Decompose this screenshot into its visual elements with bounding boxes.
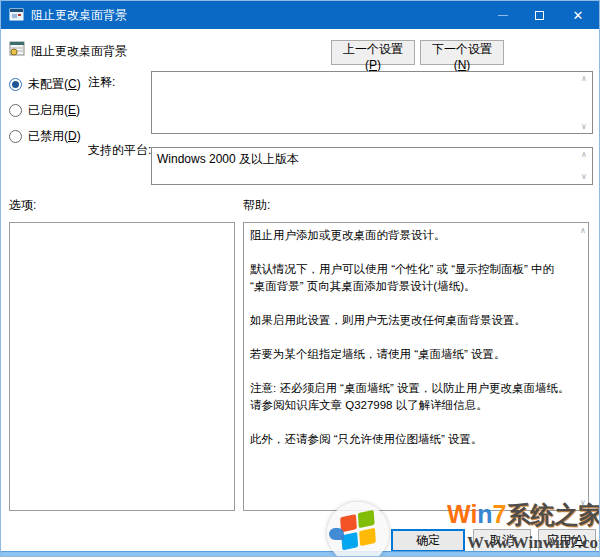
radio-not-configured[interactable]: 未配置(C) xyxy=(9,76,81,92)
policy-setting-dialog: 阻止更改桌面背景 ✕ 阻止更改桌面背景 上一个设置(P) 下一个设置(N) 未配… xyxy=(0,0,600,557)
previous-setting-button[interactable]: 上一个设置(P) xyxy=(331,40,415,65)
help-paragraph: 如果启用此设置，则用户无法更改任何桌面背景设置。 xyxy=(250,312,570,329)
help-paragraph: 注意: 还必须启用 “桌面墙纸” 设置，以防止用户更改桌面墙纸。请参阅知识库文章… xyxy=(250,380,570,414)
radio-disabled[interactable]: 已禁用(D) xyxy=(9,128,81,144)
radio-disabled-icon xyxy=(9,130,22,143)
supported-on-value: Windows 2000 及以上版本 xyxy=(151,147,593,185)
close-icon: ✕ xyxy=(573,8,584,23)
ok-button[interactable]: 确定 xyxy=(391,529,465,552)
help-paragraph: 此外，还请参阅 “只允许使用位图墙纸” 设置。 xyxy=(250,431,570,448)
help-paragraph: 默认情况下，用户可以使用 “个性化” 或 “显示控制面板” 中的 “桌面背景” … xyxy=(250,261,570,295)
supported-scroll-down-icon[interactable]: ∨ xyxy=(579,173,589,181)
minimize-icon xyxy=(498,15,508,16)
radio-enabled-label: 已启用(E) xyxy=(28,102,80,119)
title-bar: 阻止更改桌面背景 ✕ xyxy=(1,1,599,29)
help-panel: 阻止用户添加或更改桌面的背景设计。 默认情况下，用户可以使用 “个性化” 或 “… xyxy=(243,222,589,511)
help-scroll-up-icon[interactable]: ∧ xyxy=(578,227,588,235)
setting-title: 阻止更改桌面背景 xyxy=(31,43,127,60)
window-app-icon xyxy=(9,7,25,23)
close-button[interactable]: ✕ xyxy=(557,1,599,29)
window-title: 阻止更改桌面背景 xyxy=(31,1,127,29)
radio-disabled-label: 已禁用(D) xyxy=(28,128,81,145)
next-setting-button[interactable]: 下一个设置(N) xyxy=(420,40,504,65)
supported-scroll-up-icon[interactable]: ∧ xyxy=(579,151,589,159)
maximize-icon xyxy=(535,11,544,20)
options-label: 选项: xyxy=(9,197,36,214)
comment-scroll-down-icon[interactable]: ∨ xyxy=(579,123,589,131)
radio-enabled[interactable]: 已启用(E) xyxy=(9,102,80,118)
watermark-bubble-icon xyxy=(329,528,344,540)
policy-setting-icon xyxy=(9,41,25,57)
cancel-button[interactable]: 取消 xyxy=(473,529,531,552)
options-panel xyxy=(9,222,235,511)
help-scroll-down-icon[interactable]: ∨ xyxy=(578,499,588,507)
maximize-button[interactable] xyxy=(521,1,557,29)
window-bottom-border xyxy=(1,551,599,556)
radio-enabled-icon xyxy=(9,104,22,117)
windows-flag-icon xyxy=(340,511,378,549)
comment-scroll-up-icon[interactable]: ∧ xyxy=(579,75,589,83)
apply-button[interactable]: 应用(A) xyxy=(538,529,596,552)
help-text: 阻止用户添加或更改桌面的背景设计。 默认情况下，用户可以使用 “个性化” 或 “… xyxy=(244,223,588,510)
comment-input[interactable] xyxy=(151,71,593,134)
radio-not-configured-icon xyxy=(9,78,22,91)
radio-not-configured-label: 未配置(C) xyxy=(28,76,81,93)
supported-on-label: 支持的平台: xyxy=(88,142,151,159)
help-label: 帮助: xyxy=(243,197,270,214)
minimize-button[interactable] xyxy=(485,1,521,29)
comment-label: 注释: xyxy=(88,74,115,91)
help-paragraph: 若要为某个组指定墙纸，请使用 “桌面墙纸” 设置。 xyxy=(250,346,570,363)
help-paragraph: 阻止用户添加或更改桌面的背景设计。 xyxy=(250,227,570,244)
